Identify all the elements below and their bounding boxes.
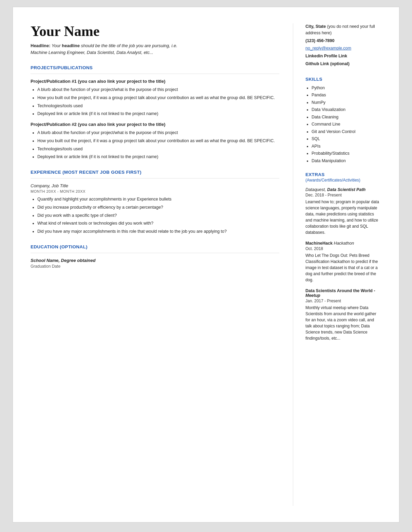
job-title: Job Title bbox=[52, 183, 68, 188]
contact-city: City, State (you do not need your full a… bbox=[305, 23, 381, 36]
extra2-date: Oct. 2018 bbox=[305, 246, 381, 251]
list-item: Technologies/tools used bbox=[37, 146, 279, 152]
extras-subtitle: (Awards/Certificates/Activities) bbox=[305, 178, 381, 183]
list-item: Data Cleaning bbox=[312, 114, 381, 120]
list-item: NumPy bbox=[312, 100, 381, 106]
degree: Degree obtained bbox=[61, 258, 96, 263]
headline-bold-word: headline bbox=[62, 43, 80, 48]
extra2-desc: Who Let The Dogs Out: Pets Breed Classif… bbox=[305, 252, 381, 283]
email-link[interactable]: no_reply@example.com bbox=[305, 46, 351, 51]
list-item: Deployed link or article link (if it is … bbox=[37, 154, 279, 160]
extra1-desc: Learned how to; program in popular data … bbox=[305, 199, 381, 235]
list-item: Probability/Statistics bbox=[312, 151, 381, 157]
projects-divider bbox=[31, 74, 279, 74]
extra-item-1: Dataquest, Data Scientist Path Dec. 2018… bbox=[305, 187, 381, 235]
headline-suffix: should be the title of the job you are p… bbox=[80, 43, 177, 48]
contact-email: no_reply@example.com bbox=[305, 45, 381, 52]
contact-linkedin: Linkedin Profile Link bbox=[305, 53, 381, 59]
education-divider bbox=[31, 253, 279, 253]
contact-github: Github Link (optional) bbox=[305, 61, 381, 67]
project1-bullets: A blurb about the function of your proje… bbox=[37, 87, 279, 117]
list-item: Command Line bbox=[312, 121, 381, 128]
skills-list: Python Pandas NumPy Data Visualization D… bbox=[312, 85, 381, 164]
project1-title: Project/Publication #1 (you can also lin… bbox=[31, 79, 279, 84]
headline-italic: Machine Learning Engineer, Data Scientis… bbox=[31, 50, 153, 55]
list-item: Python bbox=[312, 85, 381, 91]
headline-text: Your bbox=[51, 43, 62, 48]
list-item: Quantify and highlight your accomplishme… bbox=[37, 196, 279, 203]
graduation-date: Graduation Date bbox=[31, 264, 279, 269]
headline-label: Headline: Your headline should be the ti… bbox=[31, 43, 177, 48]
applicant-name: Your Name bbox=[31, 23, 279, 39]
contact-block: City, State (you do not need your full a… bbox=[305, 23, 381, 67]
resume-page: Your Name Headline: Your headline should… bbox=[13, 7, 399, 522]
headline-label-bold: Headline: bbox=[31, 43, 51, 48]
contact-phone: (123) 456-7890 bbox=[305, 38, 381, 44]
list-item: Pandas bbox=[312, 92, 381, 98]
list-item: Did you work with a specific type of cli… bbox=[37, 212, 279, 219]
project2-title: Project/Publication #2 (you can also lin… bbox=[31, 122, 279, 127]
list-item: Technologies/tools used bbox=[37, 103, 279, 109]
list-item: Deployed link or article link (if it is … bbox=[37, 111, 279, 117]
extra3-date: Jan. 2017 - Present bbox=[305, 299, 381, 303]
list-item: A blurb about the function of your proje… bbox=[37, 87, 279, 93]
projects-section-title: PROJECTS/PUBLICATIONS bbox=[31, 65, 279, 70]
skills-section-title: SKILLS bbox=[305, 77, 381, 82]
list-item: Data Visualization bbox=[312, 107, 381, 113]
list-item: A blurb about the function of your proje… bbox=[37, 130, 279, 136]
extra1-title-italic: Data Scientist Path bbox=[327, 187, 366, 192]
project2-bullets: A blurb about the function of your proje… bbox=[37, 130, 279, 160]
list-item: Did you increase productivity or efficie… bbox=[37, 204, 279, 211]
job-dates: MONTH 20XX - MONTH 20XX bbox=[31, 189, 279, 193]
extra3-desc: Monthly virtual meetup where Data Scient… bbox=[305, 305, 381, 341]
list-item: SQL bbox=[312, 136, 381, 142]
experience-divider bbox=[31, 178, 279, 178]
company-line: Company, Job Title bbox=[31, 183, 279, 188]
left-column: Your Name Headline: Your headline should… bbox=[31, 23, 293, 506]
list-item: What kind of relevant tools or technolog… bbox=[37, 220, 279, 227]
list-item: Git and Version Control bbox=[312, 129, 381, 135]
extras-section-title: EXTRAS bbox=[305, 172, 381, 177]
extra3-title: Data Scientists Around the World - Meetu… bbox=[305, 288, 381, 298]
company-name: Company, bbox=[31, 183, 50, 188]
headline-line: Headline: Your headline should be the ti… bbox=[31, 42, 279, 56]
education-section-title: EDUCATION (optional) bbox=[31, 244, 279, 249]
experience-section-title: EXPERIENCE (most recent job goes first) bbox=[31, 170, 279, 175]
list-item: Did you have any major accomplishments i… bbox=[37, 228, 279, 235]
list-item: Data Manipulation bbox=[312, 158, 381, 164]
extra-item-3: Data Scientists Around the World - Meetu… bbox=[305, 288, 381, 341]
list-item: How you built out the project, if it was… bbox=[37, 138, 279, 144]
extra-item-2: MachineHack Hackathon Oct. 2018 Who Let … bbox=[305, 241, 381, 283]
right-column: City, State (you do not need your full a… bbox=[293, 23, 381, 506]
list-item: APIs bbox=[312, 144, 381, 150]
list-item: How you built out the project, if it was… bbox=[37, 95, 279, 101]
extra1-date: Dec. 2018 - Present bbox=[305, 193, 381, 197]
extra2-title: MachineHack Hackathon bbox=[305, 241, 381, 246]
school-name: School Name, Degree obtained bbox=[31, 258, 279, 263]
extra1-title: Dataquest, Data Scientist Path bbox=[305, 187, 381, 192]
job1-bullets: Quantify and highlight your accomplishme… bbox=[37, 196, 279, 235]
